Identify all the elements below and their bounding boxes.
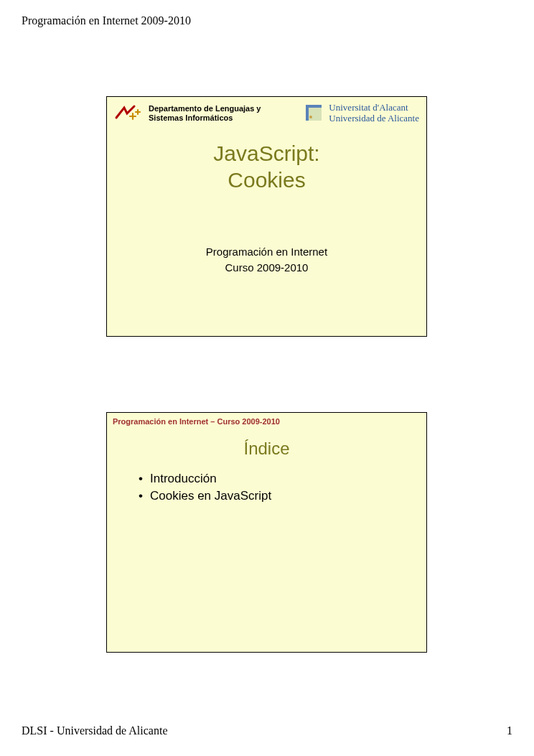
slide2-header: Programación en Internet – Curso 2009-20… bbox=[107, 413, 426, 426]
list-item: Introducción bbox=[139, 472, 426, 486]
university-line2: Universidad de Alicante bbox=[329, 113, 419, 124]
slide1-header-row: Departamento de Lenguajas y Sistemas Inf… bbox=[107, 97, 426, 124]
page-footer-left: DLSI - Universidad de Alicante bbox=[22, 724, 168, 737]
dept-line1: Departamento de Lenguajas y bbox=[149, 104, 299, 113]
page: Programación en Internet 2009-2010 Depar… bbox=[0, 0, 534, 756]
slide2-title: Índice bbox=[107, 439, 426, 459]
page-header: Programación en Internet 2009-2010 bbox=[22, 14, 191, 27]
slide-1: Departamento de Lenguajas y Sistemas Inf… bbox=[106, 96, 427, 337]
svg-rect-0 bbox=[307, 106, 322, 121]
dept-logo-icon bbox=[114, 103, 143, 123]
dept-line2: Sistemas Informáticos bbox=[149, 113, 299, 123]
slide1-title: JavaScript: Cookies bbox=[107, 140, 426, 194]
list-item: Cookies en JavaScript bbox=[139, 489, 426, 503]
university-line1: Universitat d'Alacant bbox=[329, 103, 419, 113]
slide1-subtitle: Programación en Internet Curso 2009-2010 bbox=[107, 244, 426, 276]
slide1-sub-line2: Curso 2009-2010 bbox=[107, 260, 426, 276]
svg-point-1 bbox=[309, 116, 312, 118]
slide2-list: Introducción Cookies en JavaScript bbox=[107, 472, 426, 503]
slide1-title-line2: Cookies bbox=[107, 167, 426, 194]
university-logo-icon bbox=[304, 103, 324, 123]
page-footer-right: 1 bbox=[507, 724, 512, 737]
university-name: Universitat d'Alacant Universidad de Ali… bbox=[329, 103, 419, 124]
university-block: Universitat d'Alacant Universidad de Ali… bbox=[304, 103, 419, 124]
slide1-title-line1: JavaScript: bbox=[107, 140, 426, 167]
slide-2: Programación en Internet – Curso 2009-20… bbox=[106, 412, 427, 653]
dept-name: Departamento de Lenguajas y Sistemas Inf… bbox=[149, 104, 299, 122]
slide1-sub-line1: Programación en Internet bbox=[107, 244, 426, 261]
